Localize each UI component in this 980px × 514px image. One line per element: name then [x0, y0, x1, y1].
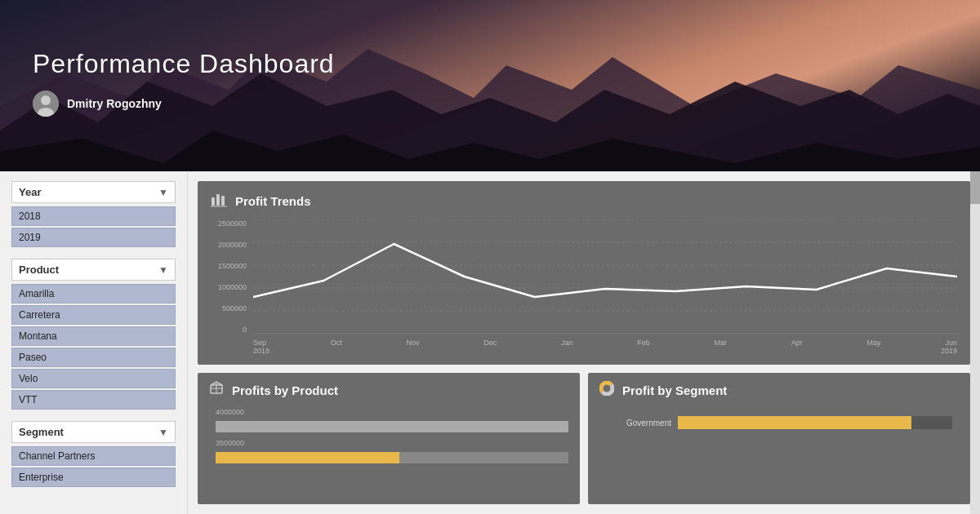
filter-item[interactable]: 2019: [11, 228, 176, 247]
donut-icon: [599, 381, 614, 400]
line-chart-svg: [253, 219, 957, 334]
segment-filter-header[interactable]: Segment ▼: [11, 421, 176, 443]
bar-fill-bottom: [216, 452, 399, 463]
filter-icon: ▼: [158, 427, 168, 438]
filter-item[interactable]: Enterprise: [11, 467, 176, 487]
page-title: Performance Dashboard: [33, 49, 335, 79]
scrollbar-track[interactable]: [970, 171, 980, 514]
svg-rect-8: [221, 196, 225, 206]
user-info: Dmitry Rogozhny: [33, 91, 335, 117]
product-filter-header[interactable]: Product ▼: [11, 259, 176, 281]
svg-rect-6: [212, 197, 215, 206]
y-label-35m: 3500000: [216, 439, 568, 447]
filter-item[interactable]: Paseo: [11, 348, 176, 367]
filter-item[interactable]: Velo: [11, 369, 176, 388]
filter-icon: ▼: [158, 264, 168, 276]
year-filter-label: Year: [19, 186, 41, 198]
filter-item[interactable]: VTT: [11, 390, 176, 410]
filter-item[interactable]: Channel Partners: [11, 446, 176, 466]
bar-track-bottom: [216, 452, 568, 463]
svg-point-4: [41, 95, 51, 105]
charts-content: Profit Trends 2500000 2000000 1500000 10…: [188, 171, 980, 514]
profits-by-product-title: Profits by Product: [232, 383, 338, 397]
main-content: Year ▼ 2018 2019 Product ▼ Amarilla Carr…: [0, 171, 980, 514]
profit-by-segment-chart: Profit by Segment Government: [588, 373, 970, 504]
svg-point-21: [604, 386, 609, 391]
x-axis-years: 2018 2019: [253, 347, 957, 355]
bar-fill-top: [216, 421, 568, 432]
y-label-4m: 4000000: [216, 408, 568, 416]
government-bar-fill: [678, 416, 911, 429]
scrollbar-thumb[interactable]: [970, 171, 980, 204]
year-filter-header[interactable]: Year ▼: [11, 181, 176, 203]
product-filter: Product ▼ Amarilla Carretera Montana Pas…: [11, 259, 176, 410]
product-bars: 4000000 3500000: [209, 408, 568, 463]
government-label: Government: [606, 419, 671, 428]
bar-track-top: [216, 421, 568, 432]
segment-bars: Government: [599, 408, 959, 429]
product-filter-label: Product: [19, 264, 59, 276]
avatar: [33, 91, 59, 117]
filter-item[interactable]: Amarilla: [11, 284, 176, 304]
username-label: Dmitry Rogozhny: [67, 97, 162, 110]
filter-item[interactable]: Carretera: [11, 305, 176, 325]
segment-filter-label: Segment: [19, 426, 64, 438]
x-axis-labels: SepOctNovDecJanFebMarAprMayJun: [253, 339, 957, 347]
header: Performance Dashboard Dmitry Rogozhny: [0, 0, 980, 171]
government-bar-track: [678, 416, 952, 429]
year-filter: Year ▼ 2018 2019: [11, 181, 176, 247]
profits-by-product-chart: Profits by Product 4000000 3500000: [198, 373, 580, 504]
profit-trends-chart: Profit Trends 2500000 2000000 1500000 10…: [198, 181, 970, 365]
sidebar: Year ▼ 2018 2019 Product ▼ Amarilla Carr…: [0, 171, 188, 514]
segment-filter: Segment ▼ Channel Partners Enterprise: [11, 421, 176, 487]
box-icon: [209, 381, 224, 400]
filter-item[interactable]: Montana: [11, 326, 176, 346]
profit-by-segment-title: Profit by Segment: [622, 383, 727, 397]
filter-icon: ▼: [158, 187, 168, 198]
bar-chart-icon: [211, 191, 227, 211]
filter-item[interactable]: 2018: [11, 206, 176, 226]
y-axis: 2500000 2000000 1500000 1000000 500000 0: [211, 219, 250, 334]
svg-rect-7: [216, 194, 220, 206]
bottom-charts-row: Profits by Product 4000000 3500000: [198, 373, 970, 504]
profit-trends-title: Profit Trends: [235, 194, 311, 208]
